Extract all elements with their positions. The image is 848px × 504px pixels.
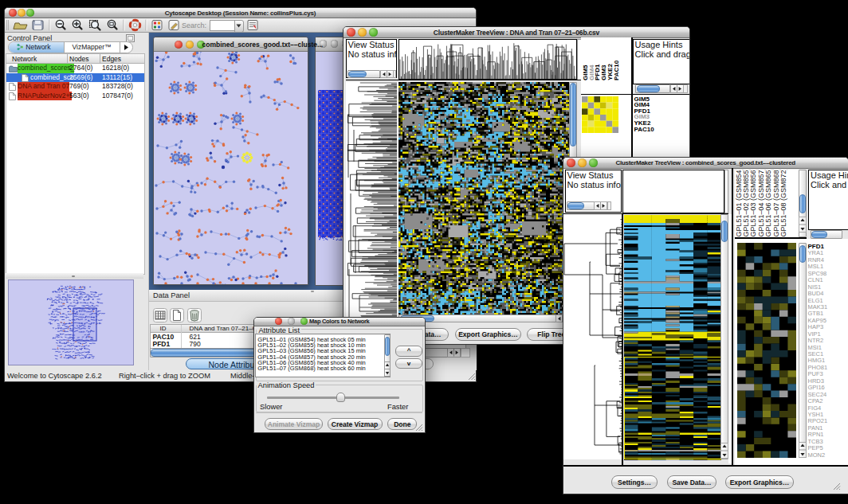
svg-text:GPL51–04 (GSM857): GPL51–04 (GSM857)	[756, 170, 764, 237]
svg-text:GPL51–06 (GSM865): GPL51–06 (GSM865)	[764, 170, 772, 237]
svg-text:GPL51–08 (GSM872): GPL51–08 (GSM872)	[779, 170, 787, 237]
svg-text:GPL51–02 (GSM855): GPL51–02 (GSM855)	[741, 170, 749, 237]
svg-text:PAC10: PAC10	[612, 60, 619, 80]
